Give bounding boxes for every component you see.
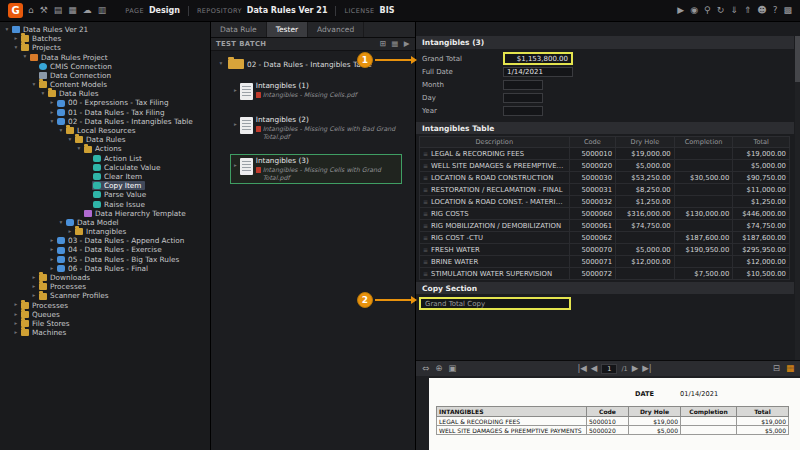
cell-total[interactable]: $5,000.00 (733, 160, 790, 172)
expander-icon[interactable]: ▾ (30, 82, 38, 88)
cell-completion[interactable] (674, 184, 733, 196)
tab-advanced[interactable]: Advanced (308, 22, 364, 37)
tree-item-queues[interactable]: ▸Queues (0, 310, 210, 319)
stats-icon[interactable]: ▥ (98, 6, 107, 15)
tree-item-parse-value[interactable]: Parse Value (0, 190, 210, 199)
document-item-intangibles-2[interactable]: ▸Intangibles (2)Intangibles - Missing Ce… (230, 113, 402, 144)
cell-total[interactable]: $19,000.00 (733, 148, 790, 160)
expander-icon[interactable]: ▸ (30, 293, 38, 299)
cell-dry-hole[interactable]: $8,250.00 (616, 184, 675, 196)
cell-code[interactable]: 5000062 (569, 232, 616, 244)
table-row[interactable]: ≡RIG COSTS5000060$316,000.00$130,000.00$… (420, 208, 790, 220)
download-icon[interactable]: ⇓ (730, 6, 738, 15)
tree-item-content-models[interactable]: ▾Content Models (0, 80, 210, 89)
field-value-full-date[interactable]: 1/14/2021 (503, 67, 573, 77)
expander-icon[interactable]: ▾ (48, 119, 56, 125)
tree-item-cmis-connection[interactable]: CMIS Connection (0, 62, 210, 71)
expander-icon[interactable]: ▸ (12, 312, 20, 318)
batch-structure-icon[interactable]: ⊞ (380, 40, 387, 48)
cloud-icon[interactable]: ☁ (83, 6, 92, 15)
last-page-icon[interactable]: ▶| (642, 364, 651, 373)
tree-item-processes[interactable]: ▸Processes (0, 282, 210, 291)
field-value-day[interactable] (503, 93, 543, 103)
expander-icon[interactable]: ▾ (3, 27, 11, 33)
home-icon[interactable]: ⌂ (28, 6, 34, 15)
cell-code[interactable]: 5000071 (569, 256, 616, 268)
fit-width-icon[interactable]: ⇔ (422, 364, 429, 373)
help-icon[interactable]: ? (773, 6, 778, 15)
cell-dry-hole[interactable]: $19,000.00 (616, 148, 675, 160)
expander-icon[interactable]: ▾ (12, 45, 20, 51)
table-row[interactable]: ≡WELL SITE DAMAGES & PREEMPTIVE PAY50000… (420, 160, 790, 172)
batch-view-icon[interactable]: ▦ (391, 40, 399, 48)
cell-code[interactable]: 5000032 (569, 196, 616, 208)
cell-code[interactable]: 5000020 (569, 160, 616, 172)
expander-icon[interactable]: ▾ (57, 220, 65, 226)
app-logo[interactable]: G (8, 3, 23, 18)
cell-total[interactable]: $295,950.00 (733, 244, 790, 256)
cell-total[interactable]: $74,750.00 (733, 220, 790, 232)
tree-item-data-rules[interactable]: ▾Data Rules (0, 89, 210, 98)
tree-item-03-data-rules-append-action[interactable]: ▸03 - Data Rules - Append Action (0, 236, 210, 245)
upload-icon[interactable]: ⇑ (744, 6, 752, 15)
tree-item-calculate-value[interactable]: Calculate Value (0, 163, 210, 172)
cell-total[interactable]: $11,000.00 (733, 184, 790, 196)
expander-icon[interactable]: ▸ (48, 257, 56, 263)
tree-item-batches[interactable]: ▸Batches (0, 34, 210, 43)
tree-item-raise-issue[interactable]: Raise Issue (0, 200, 210, 209)
tree-item-file-stores[interactable]: ▸File Stores (0, 319, 210, 328)
expander-icon[interactable]: ▾ (75, 146, 83, 152)
tree-item-action-list[interactable]: Action List (0, 154, 210, 163)
tree-item-06-data-rules-final[interactable]: ▸06 - Data Rules - Final (0, 264, 210, 273)
table-row[interactable]: ≡STIMULATION WATER SUPERVISION5000072$7,… (420, 268, 790, 280)
expander-icon[interactable]: ▾ (66, 137, 74, 143)
expander-icon[interactable]: ▸ (234, 121, 237, 127)
cell-total[interactable]: $10,500.00 (733, 268, 790, 280)
print-icon[interactable]: ⊟ (773, 364, 780, 373)
tree-item-02-data-rules-intangibles-table[interactable]: ▾02 - Data Rules - Intangibles Table (0, 117, 210, 126)
document-item-intangibles-1[interactable]: ▸Intangibles (1)Intangibles - Missing Ce… (230, 79, 402, 103)
cell-dry-hole[interactable]: $316,000.00 (616, 208, 675, 220)
expander-icon[interactable]: ▸ (234, 162, 237, 168)
tree-item-processes[interactable]: ▸Processes (0, 301, 210, 310)
expander-icon[interactable]: ▾ (39, 91, 47, 97)
tree-item-data-connection[interactable]: Data Connection (0, 71, 210, 80)
tree-item-copy-item[interactable]: Copy Item (0, 181, 210, 190)
cell-code[interactable]: 5000070 (569, 244, 616, 256)
document-item-intangibles-3[interactable]: ▸Intangibles (3)Intangibles - Missing Ce… (230, 154, 402, 185)
cell-code[interactable]: 5000031 (569, 184, 616, 196)
table-row[interactable]: ≡LEGAL & RECORDING FEES5000010$19,000.00… (420, 148, 790, 160)
expander-icon[interactable]: ▸ (12, 330, 20, 336)
tree-item-00-expressions-tax-filing[interactable]: ▸00 - Expressions - Tax Filing (0, 99, 210, 108)
cell-completion[interactable]: $30,500.00 (674, 172, 733, 184)
record-icon[interactable]: ◉ (690, 6, 698, 15)
cell-dry-hole[interactable] (616, 232, 675, 244)
tree-item-downloads[interactable]: ▸Downloads (0, 273, 210, 282)
expander-icon[interactable]: ▸ (12, 321, 20, 327)
cell-completion[interactable] (674, 148, 733, 160)
save-icon[interactable]: ▤ (54, 6, 63, 15)
tools-icon[interactable]: ⚒ (40, 6, 48, 15)
thumbnails-icon[interactable]: ▦ (786, 364, 794, 373)
cell-completion[interactable] (674, 256, 733, 268)
cell-code[interactable]: 5000030 (569, 172, 616, 184)
table-row[interactable]: ≡RESTORATION / RECLAMATION - FINAL500003… (420, 184, 790, 196)
page-value[interactable]: Design (149, 6, 180, 15)
tree-item-data-rules[interactable]: ▾Data Rules (0, 135, 210, 144)
collapse-panel-icon[interactable]: ▶ (404, 40, 410, 48)
tree-item-actions[interactable]: ▾Actions (0, 144, 210, 153)
expander-icon[interactable]: ▸ (30, 275, 38, 281)
cell-dry-hole[interactable]: $1,250.00 (616, 196, 675, 208)
tree-item-clear-item[interactable]: Clear Item (0, 172, 210, 181)
field-value-year[interactable] (503, 106, 543, 116)
scrollbar-thumb[interactable] (795, 36, 800, 82)
table-row[interactable]: ≡LOCATION & ROAD CONST. - MATERIALS50000… (420, 196, 790, 208)
inspector-scrollbar[interactable] (795, 36, 800, 360)
tree-item-data-rules-project[interactable]: ▾Data Rules Project (0, 53, 210, 62)
field-value-month[interactable] (503, 80, 543, 90)
tree-item-intangibles[interactable]: ▸Intangibles (0, 227, 210, 236)
cell-completion[interactable]: $130,000.00 (674, 208, 733, 220)
field-value-grand-total[interactable]: $1,153,800.00 (503, 52, 573, 65)
apps-icon[interactable]: ▩ (783, 6, 792, 15)
cell-completion[interactable] (674, 196, 733, 208)
